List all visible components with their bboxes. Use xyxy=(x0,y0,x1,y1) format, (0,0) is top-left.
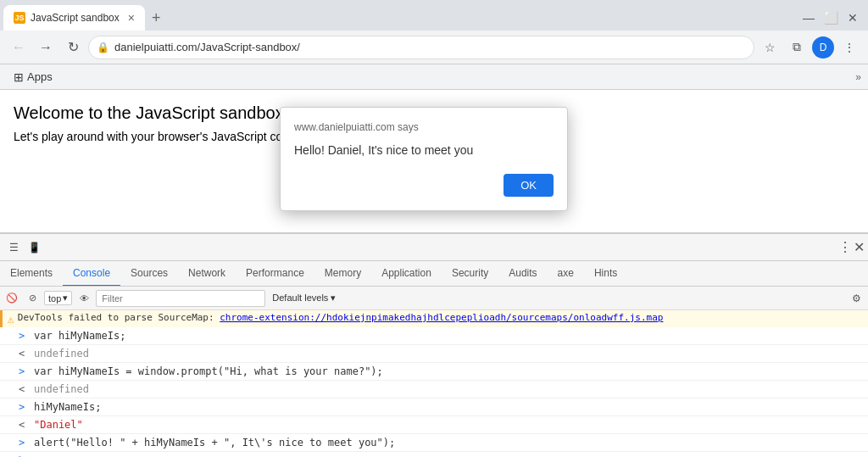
prompt-arrow: > xyxy=(19,453,25,457)
context-selector[interactable]: top ▾ xyxy=(44,291,72,305)
address-bar[interactable] xyxy=(88,36,754,59)
alert-message: Hello! Daniel, It's nice to meet you xyxy=(294,143,554,157)
input-arrow: > xyxy=(19,435,29,450)
console-settings-icon[interactable]: ⚙ xyxy=(848,290,865,307)
apps-grid-icon: ⊞ xyxy=(14,70,24,84)
tab-performance[interactable]: Performance xyxy=(236,261,314,287)
result-arrow: < xyxy=(19,346,29,361)
console-prompt-line[interactable]: > xyxy=(0,452,868,457)
tab-sources[interactable]: Sources xyxy=(120,261,178,287)
tab-bar: JS JavaScript sandbox × + — ⬜ ✕ xyxy=(0,0,868,31)
profile-icon[interactable]: D xyxy=(812,36,834,59)
console-output: ⚠ DevTools failed to parse SourceMap: ch… xyxy=(0,310,868,457)
extensions-button[interactable]: ⧉ xyxy=(785,36,809,59)
devtools-more-icon[interactable]: ⋮ xyxy=(838,239,852,255)
maximize-button[interactable]: ⬜ xyxy=(822,9,839,26)
alert-overlay: www.danielpuiatti.com says Hello! Daniel… xyxy=(0,90,868,232)
apps-bookmark[interactable]: ⊞ Apps xyxy=(7,69,59,86)
device-toggle-icon[interactable]: 📱 xyxy=(24,237,44,258)
devtools-panel: ☰ 📱 ⋮ ✕ Elements Console Sources Network… xyxy=(0,232,868,457)
tab-title: JavaScript sandbox xyxy=(31,12,120,24)
tab-application[interactable]: Application xyxy=(371,261,442,287)
result-arrow: < xyxy=(19,382,29,397)
console-line: < undefined xyxy=(0,345,868,363)
tab-security[interactable]: Security xyxy=(442,261,498,287)
page-content: Welcome to the JavaScript sandbox! Let's… xyxy=(0,90,868,232)
alert-header: www.danielpuiatti.com says xyxy=(294,121,554,133)
address-toolbar: ← → ↻ 🔒 ☆ ⧉ D ⋮ xyxy=(0,31,868,64)
input-arrow: > xyxy=(19,328,29,343)
bookmarks-bar: ⊞ Apps » xyxy=(0,64,868,90)
bookmarks-more-button[interactable]: » xyxy=(855,71,861,83)
star-button[interactable]: ☆ xyxy=(758,36,782,59)
context-chevron: ▾ xyxy=(63,293,68,304)
alert-buttons: OK xyxy=(294,174,554,197)
devtools-tabs: Elements Console Sources Network Perform… xyxy=(0,261,868,287)
console-line: < undefined xyxy=(0,381,868,398)
console-filter-icon[interactable]: ⊘ xyxy=(24,290,41,307)
tab-axe[interactable]: axe xyxy=(548,261,584,287)
tab-bar-controls: — ⬜ ✕ xyxy=(800,9,868,26)
warning-link[interactable]: chrome-extension://hdokiejnpimakedhajhdl… xyxy=(220,312,663,323)
address-bar-wrapper: 🔒 xyxy=(88,36,754,59)
console-string-result: "Daniel" xyxy=(34,417,83,432)
warning-text: DevTools failed to parse SourceMap: chro… xyxy=(18,312,664,323)
lock-icon: 🔒 xyxy=(97,42,109,53)
console-line: > var hiMyNameIs; xyxy=(0,327,868,345)
tab-favicon: JS xyxy=(14,12,25,24)
toolbar-right: ☆ ⧉ D ⋮ xyxy=(758,36,861,59)
tab-audits[interactable]: Audits xyxy=(498,261,547,287)
tab-network[interactable]: Network xyxy=(178,261,236,287)
console-toolbar: 🚫 ⊘ top ▾ 👁 Default levels ▾ ⚙ xyxy=(0,287,868,310)
forward-button[interactable]: → xyxy=(34,36,58,59)
new-tab-button[interactable]: + xyxy=(145,5,168,31)
close-tab-button[interactable]: × xyxy=(128,11,135,25)
devtools-toolbar-right: ⋮ ✕ xyxy=(838,239,865,255)
tab-console[interactable]: Console xyxy=(63,261,120,287)
input-arrow: > xyxy=(19,399,29,415)
back-button[interactable]: ← xyxy=(7,36,31,59)
console-line: > hiMyNameIs; xyxy=(0,398,868,416)
console-result: undefined xyxy=(34,382,89,397)
inspect-element-icon[interactable]: ☰ xyxy=(3,237,24,258)
console-code: var hiMyNameIs = window.prompt("Hi, what… xyxy=(34,364,383,379)
menu-button[interactable]: ⋮ xyxy=(837,36,861,59)
browser-chrome: JS JavaScript sandbox × + — ⬜ ✕ ← → ↻ 🔒 … xyxy=(0,0,868,90)
alert-ok-button[interactable]: OK xyxy=(504,174,554,197)
console-result: undefined xyxy=(34,346,89,361)
tab-elements[interactable]: Elements xyxy=(0,261,63,287)
console-line: > alert("Hello! " + hiMyNameIs + ", It\'… xyxy=(0,434,868,452)
devtools-top-toolbar: ☰ 📱 ⋮ ✕ xyxy=(0,234,868,261)
clear-console-icon[interactable]: 🚫 xyxy=(3,290,20,307)
alert-dialog: www.danielpuiatti.com says Hello! Daniel… xyxy=(280,107,568,211)
minimize-button[interactable]: — xyxy=(800,9,817,26)
context-value: top xyxy=(48,293,61,304)
warning-icon: ⚠ xyxy=(8,313,14,326)
console-code: hiMyNameIs; xyxy=(34,399,101,415)
eye-icon[interactable]: 👁 xyxy=(75,290,92,307)
console-line: < "Daniel" xyxy=(0,416,868,434)
result-arrow: < xyxy=(19,417,29,432)
console-line: > var hiMyNameIs = window.prompt("Hi, wh… xyxy=(0,363,868,381)
tab-memory[interactable]: Memory xyxy=(314,261,371,287)
input-arrow: > xyxy=(19,364,29,379)
apps-label: Apps xyxy=(27,70,53,83)
console-warning-line: ⚠ DevTools failed to parse SourceMap: ch… xyxy=(0,310,868,327)
close-window-button[interactable]: ✕ xyxy=(844,9,861,26)
console-code: alert("Hello! " + hiMyNameIs + ", It\'s … xyxy=(34,435,395,450)
browser-tab[interactable]: JS JavaScript sandbox × xyxy=(3,5,145,31)
tab-hints[interactable]: Hints xyxy=(584,261,627,287)
devtools-close-icon[interactable]: ✕ xyxy=(854,239,865,255)
filter-input[interactable] xyxy=(96,290,265,307)
default-levels-selector[interactable]: Default levels ▾ xyxy=(272,293,336,304)
console-code: var hiMyNameIs; xyxy=(34,328,125,343)
reload-button[interactable]: ↻ xyxy=(61,36,85,59)
